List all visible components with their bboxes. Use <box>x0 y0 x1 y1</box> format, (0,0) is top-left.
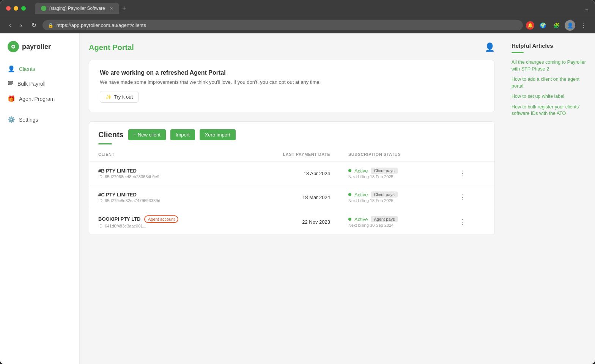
table-row: BOOKIPI PTY LTD Agent account ID: 641d0f… <box>89 209 494 235</box>
client-id: ID: 65d279c8d32ea7479593389d <box>98 198 230 203</box>
sidebar-item-bulk-payroll[interactable]: Bulk Payroll <box>0 76 79 91</box>
article-link-4[interactable]: How to bulk register your clients' softw… <box>512 104 587 117</box>
client-name-cell: #B PTY LIMITED ID: 65d27968eef8eb283634b… <box>89 162 239 185</box>
actions-cell: ⋮ <box>447 185 494 209</box>
try-it-button[interactable]: ✨ Try it out <box>100 91 139 103</box>
back-button[interactable]: ‹ <box>6 20 14 30</box>
browser-titlebar: [staging] Payroller Software ✕ + ⌄ <box>0 0 595 17</box>
tab-title: [staging] Payroller Software <box>49 6 105 11</box>
browser-tabs: [staging] Payroller Software ✕ + <box>35 3 581 14</box>
logo-icon <box>8 41 19 52</box>
bookipi-name: BOOKIPI PTY LTD <box>98 216 140 222</box>
tab-close-icon[interactable]: ✕ <box>110 6 113 11</box>
new-tab-button[interactable]: + <box>119 3 129 14</box>
address-bar[interactable]: 🔒 https://app.payroller.com.au/agent/cli… <box>42 20 523 30</box>
svg-point-2 <box>13 46 14 48</box>
col-header-client: Client <box>89 147 239 162</box>
sidebar-item-agent-program[interactable]: 🎁 Agent Program <box>0 91 79 106</box>
xero-import-button[interactable]: Xero import <box>200 129 236 140</box>
payment-badge: Client pays <box>371 191 397 198</box>
profile-icon[interactable]: 👤 <box>565 20 575 31</box>
forward-button[interactable]: › <box>17 20 25 30</box>
status-cell: Active Client pays <box>348 168 438 174</box>
next-billing: Next billing 30 Sep 2024 <box>348 223 438 228</box>
status-text: Active <box>354 192 368 198</box>
refresh-banner: We are working on a refreshed Agent Port… <box>89 60 495 112</box>
subscription-cell: Active Client pays Next billing 18 Feb 2… <box>339 185 447 209</box>
extension-icon-1[interactable]: 🌍 <box>537 20 548 31</box>
banner-title: We are working on a refreshed Agent Port… <box>100 69 484 76</box>
bulk-payroll-icon <box>8 80 14 88</box>
sidebar-item-settings[interactable]: ⚙️ Settings <box>0 112 79 127</box>
user-account-icon[interactable]: 👤 <box>485 42 495 52</box>
minimize-button[interactable] <box>14 6 18 11</box>
next-billing: Next billing 18 Feb 2025 <box>348 198 438 203</box>
payment-date-cell: 22 Nov 2023 <box>239 209 339 235</box>
table-row: #C PTY LIMITED ID: 65d279c8d32ea74795933… <box>89 185 494 209</box>
clients-header: Clients + New client Import Xero import <box>89 122 494 140</box>
status-cell: Active Client pays <box>348 191 438 198</box>
notification-icon[interactable]: 🔔 <box>526 21 534 30</box>
client-name: #C PTY LIMITED <box>98 192 230 198</box>
subscription-cell: Active Client pays Next billing 18 Feb 2… <box>339 162 447 185</box>
extension-icon-2[interactable]: 🧩 <box>551 20 562 31</box>
clients-icon: 👤 <box>8 65 15 72</box>
svg-rect-5 <box>8 84 11 85</box>
sidebar-settings-label: Settings <box>19 117 38 123</box>
status-text: Active <box>354 217 368 222</box>
article-link-2[interactable]: How to add a client on the agent portal <box>512 76 587 89</box>
clients-section-title: Clients <box>98 130 124 139</box>
helpful-underline <box>512 52 524 53</box>
actions-cell: ⋮ <box>447 162 494 185</box>
client-name-cell: BOOKIPI PTY LTD Agent account ID: 641d0f… <box>89 209 239 235</box>
article-link-3[interactable]: How to set up white label <box>512 93 587 100</box>
traffic-lights <box>6 6 26 11</box>
client-name: BOOKIPI PTY LTD Agent account <box>98 215 230 223</box>
col-header-subscription: Subscription Status <box>339 147 447 162</box>
right-sidebar: Helpful Articles All the changes coming … <box>504 33 595 364</box>
close-button[interactable] <box>6 6 11 11</box>
svg-rect-3 <box>8 81 13 82</box>
sidebar-logo: payroller <box>0 41 79 61</box>
active-tab[interactable]: [staging] Payroller Software ✕ <box>35 3 119 14</box>
agent-account-badge: Agent account <box>144 215 178 223</box>
sidebar-navigation: 👤 Clients Bulk Payroll 🎁 Agen <box>0 61 79 127</box>
try-it-icon: ✨ <box>105 94 112 100</box>
clients-section: Clients + New client Import Xero import … <box>89 121 495 235</box>
sidebar-item-clients[interactable]: 👤 Clients <box>0 61 79 76</box>
browser-window: [staging] Payroller Software ✕ + ⌄ ‹ › ↻… <box>0 0 595 364</box>
helpful-articles-title: Helpful Articles <box>512 42 587 49</box>
expand-icon: ⌄ <box>584 5 589 11</box>
refresh-button[interactable]: ↻ <box>28 20 39 30</box>
subscription-cell: Active Agent pays Next billing 30 Sep 20… <box>339 209 447 235</box>
tab-favicon <box>41 6 46 11</box>
col-header-actions <box>447 147 494 162</box>
main-content: Agent Portal 👤 We are working on a refre… <box>80 33 504 364</box>
logo-text: payroller <box>22 43 51 51</box>
clients-underline <box>98 143 112 144</box>
new-client-button[interactable]: + New client <box>128 129 166 140</box>
client-name-cell: #C PTY LIMITED ID: 65d279c8d32ea74795933… <box>89 185 239 209</box>
client-id: ID: 65d27968eef8eb283634b0e9 <box>98 174 230 179</box>
more-options-button[interactable]: ⋮ <box>456 217 469 227</box>
sidebar: payroller 👤 Clients Bulk Payroll <box>0 33 80 364</box>
payment-badge: Client pays <box>371 168 397 174</box>
toolbar-actions: 🔔 🌍 🧩 👤 ⋮ <box>526 20 589 31</box>
browser-toolbar: ‹ › ↻ 🔒 https://app.payroller.com.au/age… <box>0 17 595 33</box>
sidebar-bulk-payroll-label: Bulk Payroll <box>17 81 46 87</box>
try-it-label: Try it out <box>114 94 133 100</box>
maximize-button[interactable] <box>21 6 26 11</box>
import-button[interactable]: Import <box>170 129 195 140</box>
payment-badge: Agent pays <box>371 216 398 222</box>
agent-program-icon: 🎁 <box>8 95 15 102</box>
clients-table: Client Last Payment Date Subscription St… <box>89 147 494 235</box>
menu-icon[interactable]: ⋮ <box>578 20 589 31</box>
more-options-button[interactable]: ⋮ <box>456 168 469 178</box>
next-billing: Next billing 18 Feb 2025 <box>348 174 438 179</box>
status-dot <box>348 193 351 196</box>
svg-rect-4 <box>8 83 13 83</box>
col-header-last-payment: Last Payment Date <box>239 147 339 162</box>
article-link-1[interactable]: All the changes coming to Payroller with… <box>512 59 587 72</box>
more-options-button[interactable]: ⋮ <box>456 192 469 202</box>
page-header: Agent Portal 👤 <box>89 42 495 52</box>
